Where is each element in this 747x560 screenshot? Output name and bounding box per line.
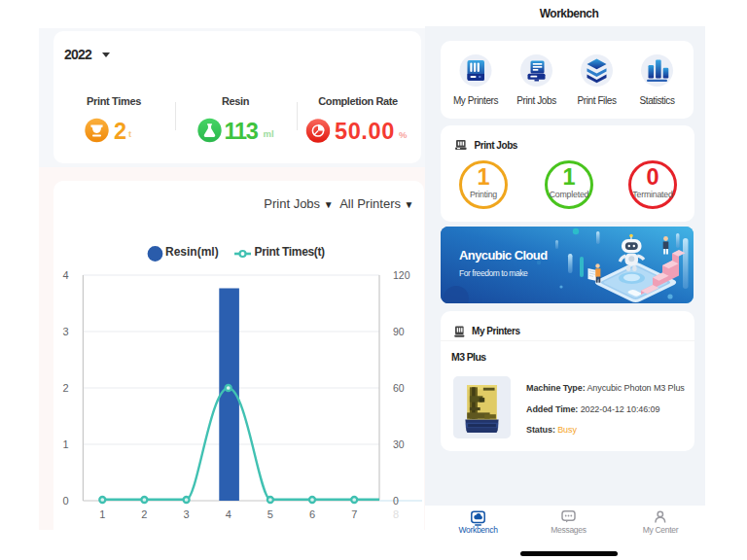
svg-text:Print Times(t): Print Times(t) [255,245,326,259]
svg-text:7: 7 [351,508,357,520]
svg-text:3: 3 [184,508,190,520]
svg-text:8: 8 [393,508,399,520]
svg-text:60: 60 [393,382,405,394]
svg-text:120: 120 [393,269,410,281]
svg-text:2: 2 [141,508,147,520]
svg-text:4: 4 [62,269,68,281]
svg-text:1: 1 [99,508,105,520]
svg-text:Resin(ml): Resin(ml) [165,245,219,259]
svg-text:0: 0 [393,495,399,507]
svg-text:2: 2 [62,382,68,394]
svg-text:90: 90 [393,326,405,337]
svg-text:4: 4 [226,508,231,520]
svg-text:1: 1 [62,438,68,450]
svg-text:3: 3 [62,326,68,337]
svg-text:0: 0 [62,495,68,507]
svg-text:30: 30 [393,438,405,450]
svg-text:6: 6 [309,508,315,520]
svg-text:5: 5 [267,508,273,520]
